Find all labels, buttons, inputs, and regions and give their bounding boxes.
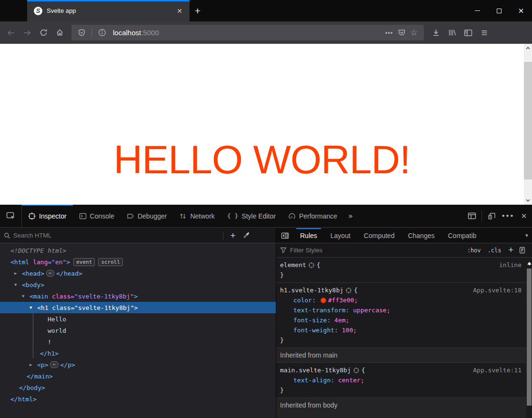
close-brace: } — [280, 387, 284, 394]
page-scrollbar-thumb[interactable] — [524, 62, 532, 179]
color-swatch[interactable] — [321, 298, 326, 303]
tree-text-node[interactable]: Hello — [0, 313, 276, 325]
element-picker-icon — [6, 212, 16, 220]
devtools-tab-inspector[interactable]: Inspector — [22, 205, 73, 227]
add-rule-button[interactable]: + — [508, 245, 513, 255]
page-viewport: HELLO WORLD! Visit the Svelte tutorial t… — [0, 44, 532, 205]
rule-element[interactable]: element{inline } — [276, 258, 532, 283]
scroll-down-button[interactable] — [524, 196, 532, 205]
window-close-button[interactable]: ✕ — [510, 0, 532, 21]
css-declaration[interactable]: text-transform: uppercase; — [280, 305, 532, 315]
scroll-up-button[interactable] — [524, 44, 532, 52]
rule-origin-link[interactable]: App.svelte:11 — [473, 365, 522, 375]
sidebar-tab-computed[interactable]: Computed — [357, 228, 402, 243]
reload-button[interactable] — [35, 25, 51, 40]
class-toggle[interactable]: .cls — [488, 247, 502, 254]
tree-node-body-close[interactable]: </body> — [0, 382, 276, 393]
highlight-target-icon[interactable] — [353, 368, 359, 373]
scroll-badge[interactable]: scroll — [98, 258, 123, 266]
sidebar-tab-changes[interactable]: Changes — [401, 228, 441, 243]
tree-text-node[interactable]: ! — [0, 336, 276, 348]
print-simulation-icon[interactable] — [519, 247, 525, 254]
twisty-collapsed-icon[interactable]: ▶ — [14, 271, 22, 276]
element-picker-button[interactable] — [0, 205, 22, 227]
downloads-button[interactable] — [428, 25, 444, 40]
devtools-tab-performance[interactable]: Performance — [282, 205, 343, 227]
back-button[interactable] — [3, 25, 19, 40]
rule-origin-link[interactable]: App.svelte:18 — [473, 285, 522, 295]
twisty-expanded-icon[interactable]: ▼ — [14, 282, 22, 287]
pocket-icon[interactable] — [395, 27, 408, 39]
minimize-button[interactable] — [466, 0, 488, 21]
url-bar[interactable]: localhost:5000 ••• ☆ — [71, 25, 424, 40]
css-declaration[interactable]: font-size: 4em; — [280, 315, 532, 325]
rule-h1[interactable]: h1.svelte-1tky8bj{App.svelte:18 color: #… — [276, 283, 532, 348]
tree-text-node[interactable]: world — [0, 325, 276, 336]
devtools-tab-style-editor[interactable]: { } Style Editor — [221, 205, 282, 227]
devtools-tab-debugger[interactable]: Debugger — [120, 205, 173, 227]
toolbar-separator — [482, 211, 482, 221]
tree-node-main[interactable]: ▼<main class="svelte-1tky8bj"> — [0, 290, 276, 302]
twisty-expanded-icon[interactable]: ▼ — [30, 305, 37, 310]
tree-node-h1-selected[interactable]: ▼<h1 class="svelte-1tky8bj"> — [0, 302, 276, 313]
library-button[interactable] — [444, 25, 460, 40]
css-declaration[interactable]: text-align: center; — [280, 375, 532, 385]
devtools-close-button[interactable]: ✕ — [516, 205, 532, 228]
rule-selector: h1.svelte-1tky8bj — [280, 287, 343, 294]
devtools-tab-network[interactable]: Network — [173, 205, 221, 227]
sidebar-tabs-dropdown[interactable]: ▾ — [522, 228, 532, 243]
tree-node-main-close[interactable]: </main> — [0, 370, 276, 382]
rules-scroll-up-icon[interactable] — [526, 260, 532, 267]
sidebar-tab-layout[interactable]: Layout — [324, 228, 357, 243]
event-badge[interactable]: event — [73, 258, 95, 266]
sidebar-tab-rules[interactable]: Rules — [293, 228, 324, 243]
rule-main[interactable]: main.svelte-1tky8bj{App.svelte:11 text-a… — [276, 363, 532, 398]
twisty-collapsed-icon[interactable]: ▶ — [30, 362, 37, 367]
rules-scrollbar-thumb[interactable] — [527, 269, 532, 406]
site-info-icon[interactable] — [96, 27, 108, 39]
responsive-design-button[interactable] — [483, 205, 500, 228]
twisty-expanded-icon[interactable]: ▼ — [22, 294, 30, 299]
collapsed-ellipsis-icon[interactable]: ⋯ — [50, 361, 58, 368]
forward-button[interactable] — [19, 25, 35, 40]
tree-node-h1-close[interactable]: </h1> — [0, 348, 276, 359]
performance-icon — [288, 212, 296, 220]
devtools-meatball-menu-button[interactable]: ••• — [500, 205, 516, 228]
add-node-button[interactable]: + — [226, 229, 240, 242]
rules-scrollbar[interactable] — [526, 258, 532, 418]
filter-styles-input[interactable] — [290, 247, 464, 254]
pseudo-class-toggle[interactable]: :hov — [467, 247, 481, 254]
tracking-protection-shield-icon[interactable] — [75, 27, 88, 39]
highlight-target-icon[interactable] — [309, 262, 314, 268]
highlight-target-icon[interactable] — [346, 288, 351, 293]
hamburger-menu-button[interactable]: ≡ — [476, 25, 492, 40]
tree-node-html[interactable]: <html lang="en">eventscroll — [0, 256, 276, 268]
page-actions-icon[interactable]: ••• — [383, 27, 395, 39]
css-declaration[interactable]: color: #ff3e00; — [280, 295, 532, 305]
page-scrollbar[interactable] — [524, 44, 532, 205]
tree-node-head[interactable]: ▶<head>⋯</head> — [0, 268, 276, 279]
maximize-button[interactable] — [488, 0, 510, 21]
sidebar-tab-compatibility[interactable]: Compatib — [441, 228, 477, 243]
collapsed-ellipsis-icon[interactable]: ⋯ — [46, 270, 54, 277]
search-html-input[interactable] — [13, 232, 220, 239]
url-text[interactable]: localhost:5000 — [113, 29, 383, 37]
tab-title: Svelte app — [47, 7, 174, 14]
sidebar-collapse-button[interactable] — [276, 228, 293, 243]
tree-node-html-close[interactable]: </html> — [0, 393, 276, 405]
browser-tab-svelte-app[interactable]: S Svelte app ✕ — [27, 0, 190, 21]
open-brace: { — [317, 261, 321, 269]
css-declaration[interactable]: font-weight: 100; — [280, 325, 532, 335]
sidebar-toggle-button[interactable] — [460, 25, 476, 40]
bookmark-star-icon[interactable]: ☆ — [408, 27, 420, 39]
tree-node-p[interactable]: ▶<p>⋯</p> — [0, 359, 276, 370]
more-tabs-button[interactable]: » — [343, 205, 358, 227]
tree-node-doctype[interactable]: <!DOCTYPE html> — [0, 245, 276, 256]
tree-node-body[interactable]: ▼<body> — [0, 279, 276, 290]
devtools-tab-console[interactable]: Console — [73, 205, 120, 227]
new-tab-button[interactable]: + — [190, 0, 206, 21]
home-button[interactable] — [51, 25, 68, 40]
tab-close-icon[interactable]: ✕ — [174, 6, 185, 16]
dock-side-button[interactable] — [464, 205, 480, 228]
eyedropper-button[interactable] — [240, 229, 253, 242]
